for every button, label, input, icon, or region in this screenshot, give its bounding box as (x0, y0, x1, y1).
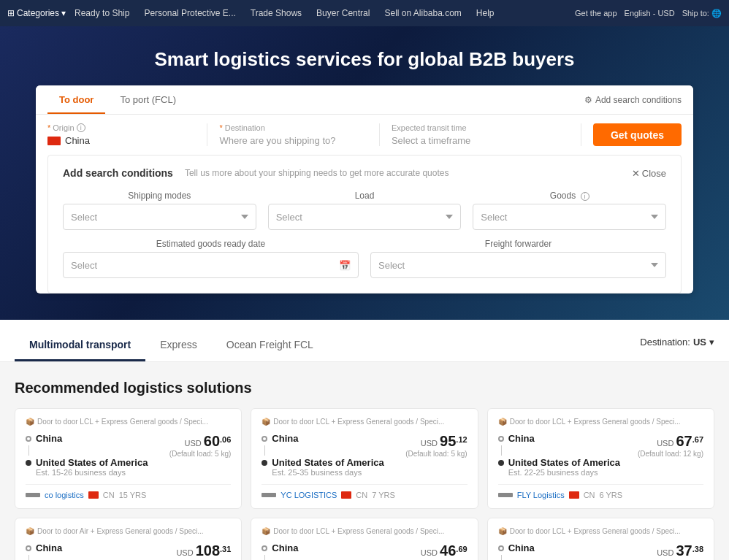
package-icon: 📦 (498, 527, 507, 535)
company-flag (88, 491, 99, 499)
solution-card[interactable]: 📦 Door to door LCL + Express General goo… (15, 408, 242, 509)
card-footer: FLY Logistics CN 6 YRS (498, 484, 703, 499)
get-quotes-button[interactable]: Get quotes (593, 123, 682, 146)
nav-item-ready-to-ship[interactable]: Ready to Ship (69, 8, 135, 18)
company-logo (262, 493, 276, 497)
price-dec: .69 (456, 545, 467, 553)
route-origin: China (26, 542, 148, 553)
destination-field[interactable]: * Destination Where are you shipping to? (207, 123, 379, 146)
price-block: USD 95.12 (Default load: 5 kg) (405, 433, 467, 458)
currency: USD (657, 548, 676, 557)
tab-express[interactable]: Express (145, 331, 212, 361)
card-tag-text: Door to door Air + Express General goods… (37, 527, 204, 535)
goods-label: Goods i (473, 191, 666, 201)
currency: USD (185, 439, 204, 448)
goods-select[interactable]: Select (473, 204, 666, 230)
add-conditions-button[interactable]: ⚙ Add search conditions (584, 95, 682, 105)
ready-date-label: Estimated goods ready date (63, 239, 359, 249)
grid-icon: ⊞ (7, 8, 15, 18)
close-x-icon: ✕ (632, 168, 640, 179)
solution-card[interactable]: 📦 Door to door LCL + Express General goo… (251, 408, 478, 509)
panel-header: Add search conditions Tell us more about… (63, 167, 666, 179)
solution-card[interactable]: 📦 Door to door LCL + Express General goo… (251, 518, 478, 560)
currency: USD (657, 439, 676, 448)
route-origin: China (498, 433, 620, 444)
card-tags: 📦 Door to door LCL + Express General goo… (498, 418, 703, 426)
nav-item-sell[interactable]: Sell on Alibaba.com (378, 8, 467, 18)
close-panel-button[interactable]: ✕ Close (632, 168, 666, 179)
company-name[interactable]: YC LOGISTICS (280, 491, 337, 499)
default-load: (Default load: 12 kg) (638, 450, 703, 458)
price-block: USD 46.69 (Default load: 5 kg) (405, 542, 467, 560)
origin-dot (262, 436, 267, 442)
tab-to-port[interactable]: To port (FCL) (108, 85, 188, 114)
language-selector[interactable]: English - USD (625, 9, 675, 18)
ship-to-selector[interactable]: Ship to: 🌐 (682, 9, 722, 18)
tab-multimodal[interactable]: Multimodal transport (15, 331, 145, 361)
ready-date-select[interactable]: Select 📅 (63, 252, 359, 278)
card-tags: 📦 Door to door LCL + Express General goo… (26, 418, 231, 426)
tab-to-door[interactable]: To door (47, 85, 105, 114)
currency: USD (176, 548, 195, 557)
price-dec: .06 (220, 435, 231, 444)
card-footer: YC LOGISTICS CN 7 YRS (262, 484, 467, 499)
price-main: 37 (676, 542, 692, 559)
dest-city: United States of America (36, 457, 148, 468)
route-dest: United States of America (26, 457, 148, 468)
solution-card[interactable]: 📦 Door to door LCL + Express General goo… (487, 408, 714, 509)
origin-label: Origin (53, 123, 74, 132)
destination-selector[interactable]: Destination: US ▾ (640, 337, 714, 356)
shipping-modes-select[interactable]: Select (63, 204, 256, 230)
destination-value[interactable]: Where are you shipping to? (219, 135, 367, 146)
price-display: USD 67.67 (638, 433, 703, 450)
hero-section: Smart logistics services for global B2B … (0, 26, 729, 320)
years-badge: 7 YRS (372, 491, 395, 499)
search-row: * Origin i China * Destination Where are… (36, 115, 693, 155)
transit-field[interactable]: Expected transit time Select a timeframe (380, 123, 581, 146)
card-tags: 📦 Door to door LCL + Express General goo… (262, 527, 467, 535)
solution-card[interactable]: 📦 Door to door Air + Express General goo… (15, 518, 242, 560)
price-main: 46 (440, 542, 456, 559)
origin-value[interactable]: China (47, 135, 195, 146)
tab-ocean-freight[interactable]: Ocean Freight FCL (212, 331, 328, 361)
company-name[interactable]: FLY Logistics (517, 491, 565, 499)
nav-item-buyer-central[interactable]: Buyer Central (310, 8, 375, 18)
solution-card[interactable]: 📦 Door to door LCL + Express General goo… (487, 518, 714, 560)
price-block: USD 67.67 (Default load: 12 kg) (638, 433, 703, 458)
nav-item-ppe[interactable]: Personal Protective E... (138, 8, 241, 18)
company-country: CN (356, 491, 367, 499)
price-display: USD 37.38 (642, 542, 704, 559)
destination-label: Destination (225, 123, 265, 132)
panel-subtitle: Tell us more about your shipping needs t… (185, 168, 449, 178)
nav-items: ⊞ Categories ▾ Ready to Ship Personal Pr… (7, 8, 575, 18)
transit-value[interactable]: Select a timeframe (392, 135, 569, 146)
solutions-grid: 📦 Door to door LCL + Express General goo… (15, 408, 714, 560)
years-badge: 15 YRS (119, 491, 147, 499)
route-origin: China (26, 433, 148, 444)
dest-dot (498, 460, 504, 466)
price-block: USD 37.38 (Default load: 5 kg) (642, 542, 704, 560)
card-route: China United States of America USD 60.06… (26, 433, 231, 477)
transport-section: Multimodal transport Express Ocean Freig… (0, 320, 729, 362)
company-country: CN (103, 491, 115, 499)
nav-item-help[interactable]: Help (470, 8, 500, 18)
price-dec: .38 (692, 545, 703, 553)
categories-button[interactable]: ⊞ Categories ▾ (7, 8, 66, 18)
nav-item-trade-shows[interactable]: Trade Shows (245, 8, 308, 18)
package-icon: 📦 (26, 527, 34, 535)
load-select[interactable]: Select (268, 204, 462, 230)
price-display: USD 60.06 (169, 433, 232, 450)
card-route: China United States of America USD 67.67… (498, 433, 703, 477)
company-flag (341, 491, 351, 499)
origin-country: China (65, 135, 90, 146)
company-name[interactable]: co logistics (45, 491, 84, 499)
freight-forwarder-select[interactable]: Select (370, 252, 666, 278)
package-icon: 📦 (262, 527, 270, 535)
price-block: USD 108.31 (Default load: 5 kg) (169, 542, 232, 560)
origin-dot (498, 545, 504, 551)
card-tags: 📦 Door to door LCL + Express General goo… (262, 418, 467, 426)
get-app-link[interactable]: Get the app (575, 9, 617, 18)
recommended-section: Recommended logistics solutions 📦 Door t… (0, 362, 729, 560)
est-time: Est. 25-35 business days (262, 468, 467, 477)
close-label: Close (642, 168, 666, 179)
